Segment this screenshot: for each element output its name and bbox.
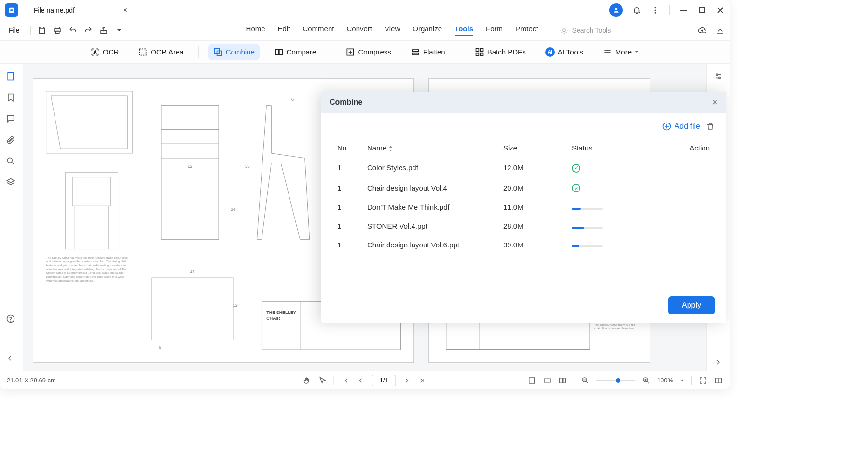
flatten-button[interactable]: Flatten: [406, 44, 450, 60]
search-tools[interactable]: Search Tools: [560, 26, 611, 35]
table-row[interactable]: 1Don'T Make Me Think.pdf11.0M: [333, 198, 714, 216]
combine-button[interactable]: Combine: [208, 44, 260, 60]
save-icon[interactable]: [38, 26, 46, 35]
close-panel-icon[interactable]: ×: [712, 97, 717, 108]
svg-text:14: 14: [190, 269, 195, 274]
menu-tools[interactable]: Tools: [455, 25, 473, 36]
close-window-icon[interactable]: [716, 6, 725, 14]
svg-rect-67: [529, 378, 535, 383]
cell-name: Color Styles.pdf: [363, 158, 498, 177]
hand-tool-icon[interactable]: [303, 376, 312, 385]
svg-text:The Shelley Chair really is a : The Shelley Chair really is a red chair.…: [46, 256, 128, 259]
ocr-button[interactable]: A OCR: [85, 44, 124, 60]
svg-rect-22: [412, 50, 418, 51]
bell-icon[interactable]: [633, 6, 641, 14]
maximize-icon[interactable]: [698, 6, 706, 14]
progress-bar: [572, 208, 603, 210]
cell-status: ✓: [568, 158, 645, 177]
separator: [334, 376, 334, 385]
svg-rect-16: [140, 49, 146, 55]
table-row[interactable]: 1Chair design layout Vol.420.0M✓: [333, 178, 714, 198]
cell-no: 1: [333, 217, 362, 235]
fit-page-icon[interactable]: [527, 376, 536, 385]
first-page-icon[interactable]: [341, 376, 350, 385]
zoom-out-icon[interactable]: [581, 376, 590, 385]
compare-button[interactable]: Compare: [269, 44, 321, 60]
fit-width-icon[interactable]: [543, 376, 551, 385]
page-input[interactable]: [372, 375, 396, 386]
svg-text:a leather seat with integrated: a leather seat with integrated webbing. …: [46, 268, 127, 271]
close-tab-icon[interactable]: ×: [123, 6, 127, 14]
prev-page-icon[interactable]: [357, 376, 365, 385]
undo-icon[interactable]: [69, 26, 77, 35]
window-controls: [609, 3, 725, 17]
redo-icon[interactable]: [84, 26, 93, 35]
menu-protect[interactable]: Protect: [515, 25, 538, 36]
menu-view[interactable]: View: [385, 25, 400, 36]
progress-bar: [572, 227, 603, 229]
dropdown-icon[interactable]: [115, 26, 124, 35]
apply-button[interactable]: Apply: [668, 296, 715, 314]
combine-panel-header: Combine ×: [321, 92, 726, 113]
settings-icon[interactable]: [714, 71, 723, 81]
chevron-right-icon[interactable]: [715, 358, 722, 366]
page-dimensions: 21.01 X 29.69 cm: [7, 377, 56, 384]
menu-home[interactable]: Home: [246, 25, 265, 36]
comment-icon[interactable]: [6, 114, 17, 125]
cloud-upload-icon[interactable]: [698, 26, 706, 35]
next-page-icon[interactable]: [403, 376, 412, 385]
table-row[interactable]: 1Chair design layout Vol.6.ppt39.0M: [333, 236, 714, 254]
cell-status: [568, 198, 645, 216]
menu-edit[interactable]: Edit: [278, 25, 290, 36]
svg-text:24: 24: [231, 207, 235, 212]
select-tool-icon[interactable]: [318, 376, 327, 385]
menu-comment[interactable]: Comment: [303, 25, 334, 36]
ai-tools-button[interactable]: AI AI Tools: [540, 44, 588, 60]
more-button[interactable]: More: [598, 44, 644, 60]
zoom-slider[interactable]: [596, 380, 635, 381]
add-file-button[interactable]: Add file: [662, 122, 700, 131]
chevron-left-icon[interactable]: [6, 354, 17, 366]
bookmark-icon[interactable]: [6, 93, 17, 104]
svg-text:CHAIR: CHAIR: [266, 316, 280, 321]
last-page-icon[interactable]: [418, 376, 427, 385]
user-avatar[interactable]: [609, 3, 623, 17]
col-name[interactable]: Name: [363, 139, 498, 157]
single-page-icon[interactable]: [558, 376, 567, 385]
menu-convert[interactable]: Convert: [346, 25, 372, 36]
svg-text:chair. It incorporates clean l: chair. It incorporates clean lines: [594, 327, 634, 330]
table-row[interactable]: 1Color Styles.pdf12.0M✓: [333, 158, 714, 177]
zoom-in-icon[interactable]: [642, 376, 650, 385]
menu-organize[interactable]: Organize: [413, 25, 442, 36]
fullscreen-icon[interactable]: [699, 376, 707, 385]
read-mode-icon[interactable]: [714, 376, 723, 385]
zoom-level: 100%: [657, 377, 673, 384]
document-tab[interactable]: File name.pdf ×: [28, 3, 133, 17]
minimize-icon[interactable]: [679, 6, 688, 14]
help-icon[interactable]: [6, 314, 17, 326]
layers-icon[interactable]: [6, 177, 17, 189]
svg-rect-24: [476, 48, 479, 51]
cell-size: 28.0M: [499, 217, 567, 235]
attachment-icon[interactable]: [6, 135, 17, 147]
svg-text:Shelley Chair is carefully cra: Shelley Chair is carefully crafted using…: [46, 272, 124, 274]
share-icon[interactable]: [99, 26, 108, 35]
svg-rect-68: [544, 379, 550, 382]
svg-text:THE SHELLEY: THE SHELLEY: [266, 310, 296, 315]
delete-icon[interactable]: [706, 122, 715, 131]
collapse-icon[interactable]: [716, 26, 725, 35]
separator: [691, 376, 692, 385]
svg-text:A: A: [94, 50, 96, 54]
ocr-area-button[interactable]: OCR Area: [133, 44, 188, 60]
compress-button[interactable]: Compress: [341, 44, 396, 60]
menu-form[interactable]: Form: [486, 25, 503, 36]
chevron-down-icon[interactable]: [680, 378, 685, 383]
more-vertical-icon[interactable]: [651, 6, 660, 14]
search-icon[interactable]: [6, 156, 17, 168]
svg-rect-27: [480, 53, 483, 55]
print-icon[interactable]: [53, 26, 62, 35]
file-menu[interactable]: File: [5, 25, 24, 36]
batch-pdfs-button[interactable]: Batch PDFs: [470, 44, 531, 60]
table-row[interactable]: 1STONER Vol.4.ppt28.0M: [333, 217, 714, 235]
thumbnails-icon[interactable]: [6, 71, 17, 83]
